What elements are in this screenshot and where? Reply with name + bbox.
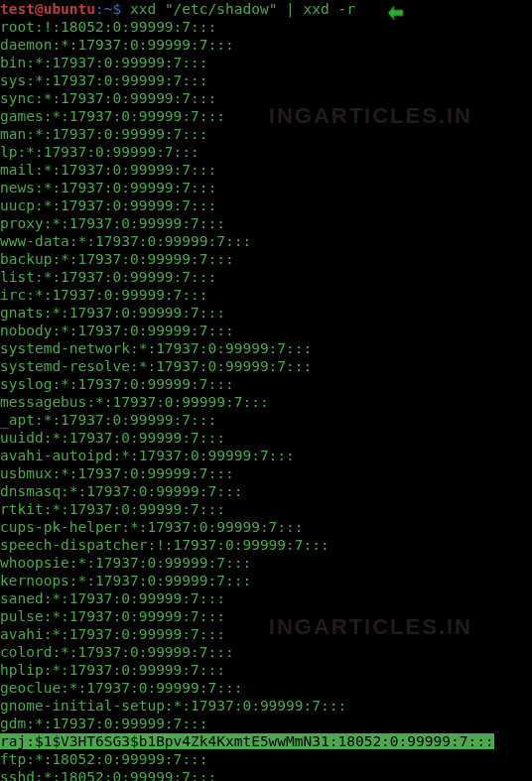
output-line: kernoops:*:17937:0:99999:7::: xyxy=(0,573,251,588)
output-line: uuidd:*:17937:0:99999:7::: xyxy=(0,430,225,446)
output-line: mail:*:17937:0:99999:7::: xyxy=(0,162,216,178)
output-line: nobody:*:17937:0:99999:7::: xyxy=(0,323,234,338)
output-line: systemd-network:*:17937:0:99999:7::: xyxy=(0,340,312,356)
output-line: sync:*:17937:0:99999:7::: xyxy=(0,90,216,106)
output-line: backup:*:17937:0:99999:7::: xyxy=(0,251,234,267)
output-line: avahi-autoipd:*:17937:0:99999:7::: xyxy=(0,448,295,463)
output-line: root:!:18052:0:99999:7::: xyxy=(0,19,216,35)
output-line: usbmux:*:17937:0:99999:7::: xyxy=(0,465,234,481)
output-line: hplip:*:17937:0:99999:7::: xyxy=(0,662,225,678)
output-line: colord:*:17937:0:99999:7::: xyxy=(0,644,234,660)
output-line: syslog:*:17937:0:99999:7::: xyxy=(0,376,234,392)
prompt-path: ~ xyxy=(104,1,113,17)
prompt-sym: $ xyxy=(113,1,122,17)
output-line: bin:*:17937:0:99999:7::: xyxy=(0,55,208,70)
output-line: speech-dispatcher:!:17937:0:99999:7::: xyxy=(0,537,330,553)
output-line: sys:*:17937:0:99999:7::: xyxy=(0,72,208,88)
output-line: ftp:*:18052:0:99999:7::: xyxy=(0,751,208,767)
output-line: geoclue:*:17937:0:99999:7::: xyxy=(0,680,242,696)
output-line: systemd-resolve:*:17937:0:99999:7::: xyxy=(0,358,312,374)
output-line: pulse:*:17937:0:99999:7::: xyxy=(0,608,225,624)
output-line: man:*:17937:0:99999:7::: xyxy=(0,126,208,142)
output-line: messagebus:*:17937:0:99999:7::: xyxy=(0,394,269,410)
output-line: news:*:17937:0:99999:7::: xyxy=(0,180,216,195)
output-line: www-data:*:17937:0:99999:7::: xyxy=(0,233,251,249)
output-line: games:*:17937:0:99999:7::: xyxy=(0,108,225,124)
output-line: gdm:*:17937:0:99999:7::: xyxy=(0,716,208,731)
output-line: avahi:*:17937:0:99999:7::: xyxy=(0,626,225,642)
output-line: gnats:*:17937:0:99999:7::: xyxy=(0,305,225,321)
output-line: dnsmasq:*:17937:0:99999:7::: xyxy=(0,483,242,499)
output-line: list:*:17937:0:99999:7::: xyxy=(0,269,216,285)
highlighted-line: raj:$1$V3HT6SG3$b1Bpv4Zk4KxmtE5wwMmN31:1… xyxy=(0,733,494,749)
terminal-output[interactable]: test@ubuntu:~$ xxd "/etc/shadow" | xxd -… xyxy=(0,0,532,781)
output-line: lp:*:17937:0:99999:7::: xyxy=(0,144,200,160)
output-line: saned:*:17937:0:99999:7::: xyxy=(0,590,225,606)
output-line: daemon:*:17937:0:99999:7::: xyxy=(0,37,234,53)
output-line: whoopsie:*:17937:0:99999:7::: xyxy=(0,555,251,571)
prompt-cmd: xxd "/etc/shadow" | xxd -r xyxy=(121,1,355,17)
prompt-sep: : xyxy=(95,1,104,17)
output-line: uucp:*:17937:0:99999:7::: xyxy=(0,197,216,213)
output-line: sshd:*:18052:0:99999:7::: xyxy=(0,769,216,781)
output-line: _apt:*:17937:0:99999:7::: xyxy=(0,412,216,428)
output-line: proxy:*:17937:0:99999:7::: xyxy=(0,215,225,231)
output-line: gnome-initial-setup:*:17937:0:99999:7::: xyxy=(0,698,346,714)
output-line: cups-pk-helper:*:17937:0:99999:7::: xyxy=(0,519,304,535)
prompt-user: test@ubuntu xyxy=(0,1,95,17)
output-line: rtkit:*:17937:0:99999:7::: xyxy=(0,501,225,517)
output-line: irc:*:17937:0:99999:7::: xyxy=(0,287,208,303)
